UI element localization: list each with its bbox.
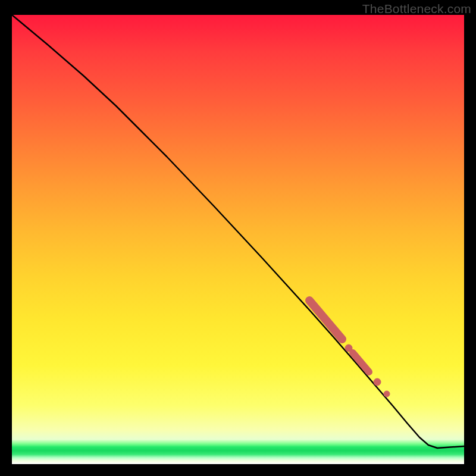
thick-segment-1: [309, 300, 342, 339]
chart-frame: TheBottleneck.com: [0, 0, 476, 476]
main-curve: [12, 15, 464, 448]
dot-2: [374, 378, 381, 386]
dot-3: [384, 391, 390, 397]
plot-area: [12, 15, 464, 464]
watermark-text: TheBottleneck.com: [362, 2, 471, 16]
highlight-markers: [309, 300, 390, 397]
plot-overlay: [12, 15, 464, 464]
